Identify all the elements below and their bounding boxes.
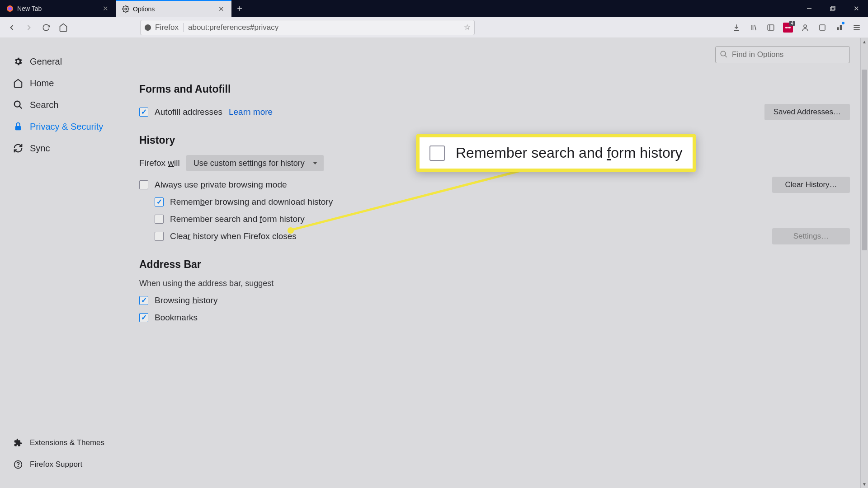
tab-new-tab[interactable]: New Tab ✕ [0,0,116,17]
extension-button[interactable]: •••4 [780,20,796,35]
find-in-options-input[interactable] [715,46,850,63]
label-suggest-bookmarks: Bookmarks [155,313,198,323]
svg-rect-4 [830,7,834,11]
reload-button[interactable] [38,19,54,36]
maximize-button[interactable] [821,0,844,17]
svg-rect-15 [840,25,842,30]
checkbox-clear-on-close[interactable] [155,232,164,241]
close-icon[interactable]: ✕ [101,5,109,13]
svg-point-19 [14,101,20,107]
vertical-scrollbar[interactable]: ▲ ▼ [860,38,868,488]
downloads-button[interactable] [729,20,744,35]
svg-point-1 [8,7,12,10]
sidebar-item-label: Extensions & Themes [30,438,104,447]
callout-highlight: Remember search and form history [416,134,696,172]
svg-point-24 [721,51,726,56]
sidebar-item-privacy[interactable]: Privacy & Security [8,116,127,137]
svg-rect-10 [768,25,774,30]
label-always-private: Always use private browsing mode [155,180,287,190]
content-area: General Home Search Privacy & Security S… [0,38,868,488]
checkbox-suggest-history[interactable] [139,296,148,305]
sidebar-item-label: Privacy & Security [30,122,103,132]
navbar: Firefox about:preferences#privacy ☆ •••4 [0,17,868,38]
label-autofill-addresses: Autofill addresses [155,107,222,117]
home-button[interactable] [55,19,71,36]
window-controls: ✕ [797,0,868,17]
sidebar-item-label: General [30,56,62,67]
sidebar-item-label: Firefox Support [30,460,82,469]
identity-box[interactable]: Firefox [144,23,184,32]
lock-icon [13,121,24,132]
callout-anchor-dot [288,227,294,234]
sidebar-toggle-button[interactable] [763,20,778,35]
svg-rect-21 [15,126,21,130]
label-suggest-history: Browsing history [155,296,217,305]
sidebar-item-general[interactable]: General [8,51,127,72]
bookmark-star-icon[interactable]: ☆ [464,23,471,32]
badge-count: 4 [789,21,795,26]
label-firefox-will: Firefox will [139,158,180,168]
back-button[interactable] [4,19,20,36]
svg-rect-5 [831,6,835,10]
svg-rect-13 [820,25,825,30]
tab-title: New Tab [17,5,98,12]
sidebar-item-sync[interactable]: Sync [8,137,127,159]
menu-button[interactable] [849,20,864,35]
checkbox-remember-browsing[interactable] [155,197,164,206]
sidebar-item-search[interactable]: Search [8,94,127,116]
checkbox-always-private[interactable] [139,180,148,189]
minimize-button[interactable] [797,0,821,17]
scrollbar-thumb[interactable] [862,70,867,250]
scroll-down-arrow[interactable]: ▼ [861,480,868,488]
forward-button[interactable] [21,19,37,36]
scroll-up-arrow[interactable]: ▲ [861,38,868,46]
search-icon [720,50,728,60]
history-mode-select[interactable]: Use custom settings for history [186,155,324,171]
sidebar-item-label: Search [30,100,58,110]
checkbox-autofill-addresses[interactable] [139,108,148,117]
new-tab-button[interactable]: + [231,0,248,17]
tab-options[interactable]: Options ✕ [116,0,231,17]
pocket-button[interactable] [815,20,830,35]
url-bar[interactable]: Firefox about:preferences#privacy ☆ [140,20,475,35]
svg-rect-14 [837,27,839,30]
gear-icon [122,5,129,13]
svg-point-23 [18,466,18,467]
help-icon [13,459,24,470]
link-learn-more[interactable]: Learn more [229,107,273,117]
library-button[interactable] [746,20,761,35]
gear-icon [13,56,24,67]
close-icon[interactable]: ✕ [217,5,225,13]
search-icon [13,99,24,110]
section-addressbar-title: Address Bar [139,258,850,271]
sidebar-item-home[interactable]: Home [8,72,127,94]
svg-point-2 [125,8,127,10]
titlebar: New Tab ✕ Options ✕ + ✕ [0,0,868,17]
puzzle-icon [13,437,24,448]
label-remember-search: Remember search and form history [170,214,305,224]
svg-line-20 [19,106,22,109]
tab-title: Options [133,5,213,13]
svg-point-6 [145,24,151,31]
home-icon [13,78,24,89]
firefox-logo-icon [144,24,151,31]
checkbox-suggest-bookmarks[interactable] [139,313,148,322]
clear-settings-button[interactable]: Settings… [772,228,850,244]
firefox-icon [6,5,14,12]
svg-line-9 [755,25,756,30]
url-text: about:preferences#privacy [188,23,459,32]
identity-label: Firefox [155,23,179,32]
svg-line-25 [725,55,727,57]
close-window-button[interactable]: ✕ [844,0,868,17]
whats-new-button[interactable] [832,20,847,35]
account-button[interactable] [797,20,813,35]
saved-addresses-button[interactable]: Saved Addresses… [764,104,850,120]
main-panel: Forms and Autofill Autofill addresses Le… [136,38,868,488]
sidebar-item-label: Home [30,78,54,89]
sidebar-item-extensions[interactable]: Extensions & Themes [8,432,127,454]
checkbox-remember-search[interactable] [155,215,164,224]
section-forms-title: Forms and Autofill [139,83,850,95]
clear-history-button[interactable]: Clear History… [772,177,850,193]
sidebar-item-support[interactable]: Firefox Support [8,454,127,475]
sidebar-item-label: Sync [30,143,50,154]
